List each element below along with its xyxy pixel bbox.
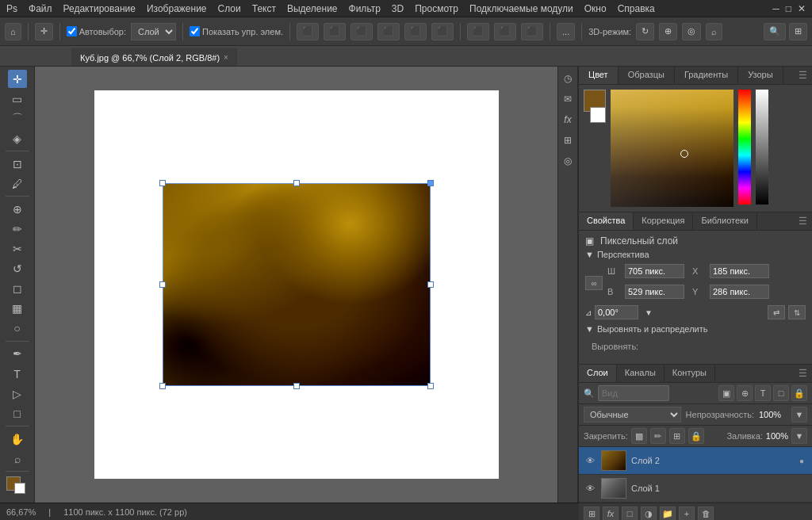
menu-edit[interactable]: Редактирование (63, 3, 136, 14)
layer-filter-smart[interactable]: 🔒 (791, 385, 807, 401)
lock-artboard-btn[interactable]: ⊞ (669, 428, 685, 444)
fill-more-btn[interactable]: ▼ (791, 428, 807, 444)
align-left[interactable]: ⬛ (297, 23, 319, 40)
adjustment-icon[interactable]: ⊞ (559, 132, 576, 149)
move-tool[interactable]: ✛ (8, 70, 27, 88)
workspace-btn[interactable]: ⊞ (789, 23, 807, 40)
eraser-tool[interactable]: ◻ (8, 280, 27, 298)
auto-select-dropdown[interactable]: Слой (131, 23, 176, 40)
menu-window[interactable]: Окно (584, 3, 607, 14)
transform-handle-tc[interactable] (293, 180, 300, 186)
props-tab-correction[interactable]: Коррекция (634, 212, 693, 230)
color-tab-patterns[interactable]: Узоры (738, 67, 783, 84)
layers-tab-layers[interactable]: Слои (579, 365, 617, 382)
props-panel-expand[interactable]: ☰ (794, 212, 812, 230)
window-maximize[interactable]: □ (786, 3, 791, 14)
layer-mask-btn[interactable]: □ (622, 507, 638, 520)
move-tool-options[interactable]: ✛ (35, 23, 53, 40)
window-minimize[interactable]: ─ (772, 3, 779, 14)
notes-icon[interactable]: ✉ (559, 90, 576, 108)
menu-text[interactable]: Текст (252, 3, 276, 14)
transform-handle-bl[interactable] (159, 383, 166, 389)
layer-delete-btn[interactable]: 🗑 (698, 507, 714, 520)
3d-pan[interactable]: ⊕ (659, 23, 677, 40)
color-tab-gradients[interactable]: Градиенты (675, 67, 738, 84)
menu-help[interactable]: Справка (618, 3, 655, 14)
opacity-more-btn[interactable]: ▼ (791, 407, 807, 422)
layers-tab-channels[interactable]: Каналы (617, 365, 665, 382)
quick-select-tool[interactable]: ◈ (8, 129, 27, 147)
distribute-h[interactable]: ⬛ (467, 23, 489, 40)
lock-position-btn[interactable]: ✏ (650, 428, 666, 444)
color-gradient-picker[interactable] (611, 90, 733, 207)
transform-handle-tr[interactable] (427, 180, 434, 186)
color-tab-color[interactable]: Цвет (579, 67, 619, 84)
color-panel-menu[interactable]: ☰ (794, 67, 812, 84)
dodge-tool[interactable]: ○ (8, 319, 27, 338)
link-dimensions-btn[interactable]: ∞ (585, 276, 603, 290)
layer-filter-shape[interactable]: □ (773, 385, 789, 401)
history-icon[interactable]: ◷ (559, 70, 576, 87)
layer-new-btn[interactable]: + (679, 507, 695, 520)
distribute-more[interactable]: ⬛ (521, 23, 543, 40)
align-right[interactable]: ⬛ (350, 23, 373, 40)
layers-panel-menu[interactable]: ☰ (794, 365, 812, 382)
layer-1-visibility[interactable]: 👁 (584, 482, 596, 495)
transform-handle-ml[interactable] (159, 281, 166, 288)
align-middle[interactable]: ⬛ (404, 23, 427, 40)
document-tab[interactable]: Куб.jpg @ 66,7% (Слой 2, RGB/8#) × (71, 48, 237, 66)
pen-tool[interactable]: ✒ (8, 345, 27, 363)
show-transform-checkbox[interactable] (190, 26, 200, 36)
more-options[interactable]: ... (557, 23, 575, 40)
align-center[interactable]: ⬛ (324, 23, 346, 40)
3d-rotate[interactable]: ↻ (636, 23, 654, 40)
auto-select-checkbox[interactable] (67, 26, 77, 36)
fx-icon[interactable]: fx (559, 111, 576, 128)
layer-item-1[interactable]: 👁 Слой 1 (579, 475, 812, 503)
distribute-v[interactable]: ⬛ (494, 23, 516, 40)
color-spectrum-bar[interactable] (738, 90, 751, 205)
layer-filter-adjust[interactable]: ⊕ (737, 385, 753, 401)
background-color-swatch[interactable] (590, 107, 606, 123)
blend-mode-dropdown[interactable]: Обычные (584, 407, 681, 422)
layer-link-btn[interactable]: ⊞ (584, 507, 599, 520)
home-button[interactable]: ⌂ (5, 23, 21, 40)
canvas-area[interactable] (35, 67, 557, 503)
brush-preset-icon[interactable]: ◎ (559, 152, 576, 170)
hand-tool[interactable]: ✋ (8, 430, 27, 448)
brush-tool[interactable]: ✏ (8, 220, 27, 238)
lock-pixels-btn[interactable]: ▩ (631, 428, 647, 444)
angle-input[interactable] (595, 305, 638, 319)
clone-stamp-tool[interactable]: ✂ (8, 240, 27, 258)
path-select-tool[interactable]: ▷ (8, 384, 27, 403)
text-tool[interactable]: T (8, 365, 27, 383)
layers-tab-paths[interactable]: Контуры (665, 365, 715, 382)
tab-close-btn[interactable]: × (224, 53, 228, 62)
props-tab-properties[interactable]: Свойства (579, 212, 634, 230)
3d-zoom[interactable]: ⌕ (706, 23, 722, 40)
layer-group-btn[interactable]: 📁 (660, 507, 676, 520)
x-input[interactable] (710, 264, 769, 278)
layer-2-visibility[interactable]: 👁 (584, 454, 596, 467)
history-brush-tool[interactable]: ↺ (8, 260, 27, 278)
y-input[interactable] (710, 285, 769, 299)
layer-item-2[interactable]: 👁 Слой 2 ● (579, 447, 812, 475)
lasso-tool[interactable]: ⌒ (8, 109, 27, 128)
brightness-bar[interactable] (756, 90, 768, 205)
shape-tool[interactable]: □ (8, 404, 27, 422)
layer-filter-pixel[interactable]: ▣ (718, 385, 734, 401)
perspective-section-header[interactable]: ▼ Перспектива (585, 250, 806, 259)
window-close[interactable]: ✕ (798, 3, 806, 14)
align-bottom[interactable]: ⬛ (431, 23, 454, 40)
angle-dropdown[interactable]: ▼ (645, 308, 653, 317)
menu-view[interactable]: Просмотр (415, 3, 458, 14)
transform-handle-br[interactable] (427, 383, 434, 389)
width-input[interactable] (625, 264, 684, 278)
rectangular-marquee-tool[interactable]: ▭ (8, 90, 27, 108)
zoom-tool[interactable]: ⌕ (8, 449, 27, 468)
menu-file[interactable]: Файл (29, 3, 52, 14)
align-top[interactable]: ⬛ (377, 23, 400, 40)
menu-image[interactable]: Изображение (147, 3, 207, 14)
search-btn[interactable]: 🔍 (764, 23, 786, 40)
menu-filter[interactable]: Фильтр (349, 3, 381, 14)
